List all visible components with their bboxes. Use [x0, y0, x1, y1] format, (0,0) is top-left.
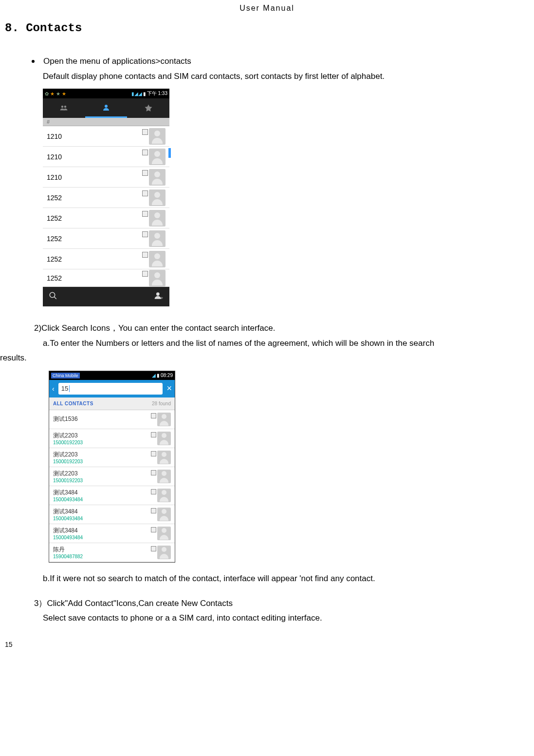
close-icon[interactable]: ×: [166, 383, 172, 394]
star-icon: ★: [50, 91, 55, 96]
contact-name: 1252: [47, 194, 62, 202]
avatar-icon: [149, 251, 166, 267]
result-row[interactable]: 测试3484 15000493484: [49, 486, 175, 505]
checkbox[interactable]: [151, 546, 156, 551]
notification-icon: ✿: [45, 91, 49, 96]
checkbox[interactable]: [142, 150, 148, 155]
screenshot-contacts: ✿ ★ ★ ★ ▮◢◢ ▮ 下午 1:33: [43, 89, 169, 306]
svg-point-1: [64, 106, 67, 108]
page-header: User Manual: [0, 0, 534, 17]
contact-name: 1252: [47, 274, 62, 282]
avatar-icon: [149, 189, 166, 206]
status-bar-2: China Mobile ◢ ▮ 08:29: [49, 371, 175, 380]
search-input[interactable]: 15: [58, 383, 163, 395]
star-icon: ★: [56, 91, 60, 96]
contact-name: 1252: [47, 235, 62, 243]
contact-row[interactable]: 1252: [43, 269, 169, 287]
avatar-icon: [157, 508, 171, 521]
checkbox[interactable]: [151, 432, 156, 437]
search-value: 15: [61, 385, 68, 392]
result-row[interactable]: 陈丹 15900487882: [49, 543, 175, 562]
checkbox[interactable]: [151, 508, 156, 513]
result-name: 测试3484: [53, 527, 83, 535]
checkbox[interactable]: [142, 170, 148, 176]
result-row[interactable]: 测试1536: [49, 410, 175, 429]
avatar-icon: [157, 489, 171, 502]
signal-icon: ▮◢◢: [131, 91, 142, 96]
contact-name: 1210: [47, 153, 62, 161]
avatar-icon: [149, 270, 166, 286]
star-icon: ★: [62, 91, 66, 96]
avatar-icon: [157, 451, 171, 464]
found-label: 28 found: [152, 401, 171, 406]
clock-text: 下午 1:33: [147, 90, 167, 97]
step2-suffix: an enter the contact search interface.: [139, 323, 276, 333]
contact-row[interactable]: 1252: [43, 208, 169, 228]
result-number: 15000493484: [53, 516, 83, 521]
filter-bar: ALL CONTACTS 28 found: [49, 397, 175, 410]
result-row[interactable]: 测试3484 15000493484: [49, 524, 175, 543]
svg-point-3: [50, 292, 55, 298]
page-number: 15: [0, 626, 534, 653]
back-icon[interactable]: ‹: [52, 385, 55, 393]
result-name: 测试1536: [53, 415, 78, 423]
result-name: 测试3484: [53, 508, 83, 516]
contact-row[interactable]: 1252: [43, 188, 169, 208]
add-contact-icon[interactable]: +: [154, 291, 164, 302]
contact-row[interactable]: 1210: [43, 126, 169, 147]
section-label: #: [43, 118, 169, 126]
avatar-icon: [149, 128, 166, 145]
contact-name: 1252: [47, 214, 62, 222]
svg-point-5: [156, 293, 160, 296]
tab-favorites[interactable]: [127, 98, 169, 118]
contact-name: 1210: [47, 173, 62, 181]
avatar-icon: [157, 546, 171, 559]
contact-name: 1210: [47, 132, 62, 140]
step2-prefix: 2)Click Search Icons，You c: [34, 323, 139, 333]
search-icon[interactable]: [49, 291, 57, 302]
bullet-icon: [32, 60, 35, 63]
step2b: b.If it were not so search to match of t…: [0, 571, 534, 586]
checkbox[interactable]: [151, 470, 156, 475]
checkbox[interactable]: [151, 413, 156, 418]
svg-text:+: +: [161, 296, 163, 301]
search-bar: ‹ 15 ×: [49, 380, 175, 397]
tab-groups[interactable]: [43, 98, 85, 118]
checkbox[interactable]: [142, 129, 148, 135]
desc-text: Default display phone contacts and SIM c…: [0, 69, 534, 84]
contact-row[interactable]: 1252: [43, 228, 169, 249]
bottom-toolbar: +: [43, 287, 169, 306]
avatar-icon: [149, 210, 166, 227]
step2a: a.To enter the Numbers or letters and th…: [0, 336, 534, 351]
result-row[interactable]: 测试2203 15000192203: [49, 467, 175, 486]
contact-row[interactable]: 1210: [43, 167, 169, 188]
result-name: 测试2203: [53, 451, 83, 459]
result-name: 陈丹: [53, 546, 83, 554]
carrier-label: China Mobile: [51, 373, 80, 378]
checkbox[interactable]: [151, 451, 156, 456]
filter-label: ALL CONTACTS: [53, 401, 93, 406]
tab-contacts[interactable]: [85, 98, 128, 118]
result-row[interactable]: 测试3484 15000493484: [49, 505, 175, 524]
checkbox[interactable]: [142, 190, 148, 196]
step2a-cont: results.: [0, 351, 534, 366]
avatar-icon: [157, 413, 171, 426]
avatar-icon: [149, 230, 166, 247]
checkbox[interactable]: [151, 489, 156, 494]
checkbox[interactable]: [142, 231, 148, 237]
checkbox[interactable]: [151, 527, 156, 532]
result-number: 15000192203: [53, 440, 83, 445]
contact-row[interactable]: 1210: [43, 147, 169, 167]
avatar-icon: [157, 432, 171, 445]
checkbox[interactable]: [142, 271, 148, 277]
checkbox[interactable]: [142, 211, 148, 217]
avatar-icon: [157, 527, 171, 540]
result-row[interactable]: 测试2203 15000192203: [49, 429, 175, 448]
result-number: 15000493484: [53, 535, 83, 540]
result-number: 15000192203: [53, 478, 83, 483]
result-row[interactable]: 测试2203 15000192203: [49, 448, 175, 467]
contact-row[interactable]: 1252: [43, 249, 169, 269]
result-name: 测试2203: [53, 432, 83, 440]
step3: 3）Click"Add Contact"Icons,Can create New…: [0, 596, 534, 611]
checkbox[interactable]: [142, 252, 148, 258]
